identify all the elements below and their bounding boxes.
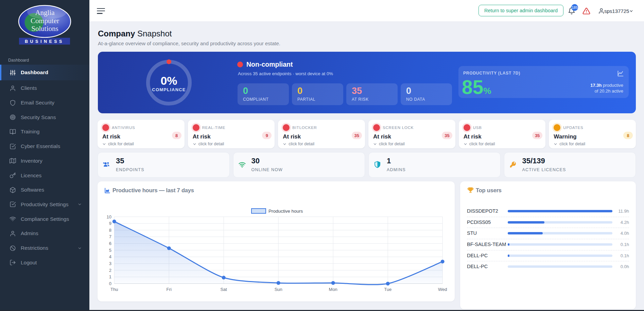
svg-text:6: 6: [109, 241, 111, 246]
svg-text:Computer: Computer: [31, 17, 59, 25]
svg-text:4: 4: [109, 254, 111, 259]
svg-text:Sun: Sun: [275, 287, 282, 292]
svg-text:Sat: Sat: [220, 287, 227, 292]
svg-text:Fri: Fri: [167, 287, 172, 292]
svg-text:10: 10: [107, 214, 111, 219]
svg-text:1: 1: [109, 274, 111, 279]
svg-text:Anglia: Anglia: [35, 9, 55, 17]
svg-text:BUSINESS: BUSINESS: [25, 39, 64, 44]
svg-text:Thu: Thu: [110, 287, 118, 292]
svg-text:5: 5: [109, 248, 111, 253]
svg-text:Mon: Mon: [329, 287, 337, 292]
svg-text:0: 0: [109, 281, 111, 286]
svg-text:7: 7: [109, 234, 111, 239]
svg-text:Wed: Wed: [438, 287, 447, 292]
svg-text:9: 9: [109, 221, 111, 226]
svg-text:Tue: Tue: [384, 287, 391, 292]
svg-text:Solutions: Solutions: [31, 24, 58, 33]
svg-text:2: 2: [109, 268, 111, 273]
svg-text:8: 8: [109, 228, 111, 233]
svg-text:3: 3: [109, 261, 111, 266]
svg-text:Productive hours: Productive hours: [268, 209, 303, 214]
